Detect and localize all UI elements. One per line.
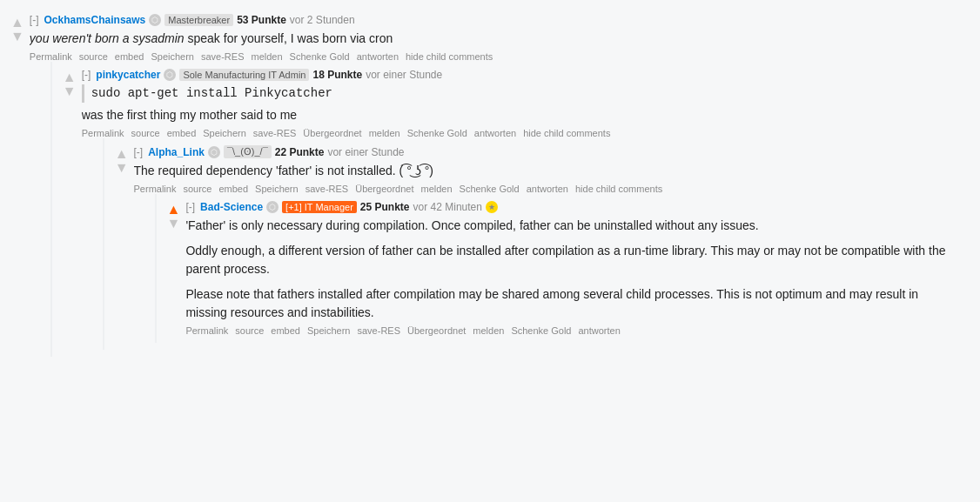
collapse-child1[interactable]: [-] (82, 69, 91, 81)
downvote-child1[interactable]: ▼ (63, 84, 77, 98)
action-speichern-child2[interactable]: Speichern (255, 184, 299, 194)
action-saveres-child3[interactable]: save-RES (358, 325, 401, 336)
comment-text-top: you weren't born a sysadmin speak for yo… (30, 30, 970, 48)
action-embed-child3[interactable]: embed (271, 325, 300, 336)
flair-top: Masterbreaker (164, 14, 233, 26)
action-permalink-child3[interactable]: Permalink (185, 325, 228, 336)
comment-child2: ▲ ▼ [-] Alpha_Link ⬡ ¯\_(ʘ)_/¯ (111, 138, 966, 350)
collapse-top[interactable]: [-] (30, 14, 39, 26)
child-comments-1: ▲ ▼ [-] pinkycatcher ⬡ Sole Manufacturin… (50, 62, 970, 357)
action-permalink-child1[interactable]: Permalink (82, 128, 124, 138)
comment-top: ▲ ▼ [-] OckhamsChainsaws ⬡ Masterbreaker… (7, 7, 973, 364)
flair-child1: Sole Manufacturing IT Admin (179, 69, 309, 81)
timestamp-top: vor 2 Stunden (290, 14, 355, 26)
action-hide-child2[interactable]: hide child comments (575, 184, 662, 194)
action-saveres-child1[interactable]: save-RES (253, 128, 297, 138)
child-comments-2: ▲ ▼ [-] Alpha_Link ⬡ ¯\_(ʘ)_/¯ (103, 138, 966, 350)
link-icon-child2: ⬡ (208, 146, 220, 158)
upvote-child2[interactable]: ▲ (115, 147, 129, 161)
timestamp-child1: vor einer Stunde (366, 69, 442, 81)
action-bar-top: Permalink source embed Speichern save-RE… (30, 51, 970, 62)
link-icon-top: ⬡ (149, 14, 161, 26)
action-source-child3[interactable]: source (235, 325, 264, 336)
action-antworten-child2[interactable]: antworten (527, 184, 568, 194)
flair-child2: ¯\_(ʘ)_/¯ (224, 145, 272, 158)
comment-text-child1: sudo apt-get install Pinkycatcher was th… (82, 84, 966, 124)
action-gold-child3[interactable]: Schenke Gold (511, 325, 571, 336)
downvote-top[interactable]: ▼ (10, 30, 24, 44)
child-comments-3: ▲ ▼ [-] Bad-Science ⬡ (155, 194, 963, 343)
comment-text-child3: 'Father' is only necessary during compil… (185, 217, 959, 322)
action-bar-child1: Permalink source embed Speichern save-RE… (82, 128, 966, 138)
action-uebergeordnet-child1[interactable]: Übergeordnet (303, 128, 361, 138)
action-permalink-child2[interactable]: Permalink (134, 184, 177, 194)
comment-child3: ▲ ▼ [-] Bad-Science ⬡ (164, 194, 963, 343)
action-embed-child2[interactable]: embed (218, 184, 248, 194)
points-child1: 18 Punkte (312, 69, 362, 81)
action-saveres-top[interactable]: save-RES (201, 51, 245, 62)
flair-child3: [+1] IT Manager (282, 201, 357, 213)
action-antworten-child1[interactable]: antworten (474, 128, 516, 138)
action-antworten-top[interactable]: antworten (357, 51, 399, 62)
link-icon-child1: ⬡ (164, 69, 176, 81)
action-hide-top[interactable]: hide child comments (406, 51, 493, 62)
action-embed-child1[interactable]: embed (167, 128, 197, 138)
downvote-child3[interactable]: ▼ (167, 217, 181, 231)
gold-icon-child3: ★ (486, 201, 498, 213)
action-speichern-child1[interactable]: Speichern (203, 128, 246, 138)
comments-container: ▲ ▼ [-] OckhamsChainsaws ⬡ Masterbreaker… (7, 7, 973, 364)
upvote-top[interactable]: ▲ (10, 16, 24, 30)
action-source-child1[interactable]: source (131, 128, 160, 138)
action-speichern-child3[interactable]: Speichern (307, 325, 351, 336)
action-melden-child1[interactable]: melden (369, 128, 400, 138)
action-hide-child1[interactable]: hide child comments (523, 128, 610, 138)
points-child2: 22 Punkte (275, 146, 325, 158)
points-top: 53 Punkte (237, 14, 286, 26)
link-icon-child3: ⬡ (266, 201, 279, 213)
timestamp-child2: vor einer Stunde (327, 146, 404, 158)
timestamp-child3: vor 42 Minuten (413, 201, 482, 213)
action-uebergeordnet-child2[interactable]: Übergeordnet (355, 184, 413, 194)
collapse-child3[interactable]: [-] (185, 201, 195, 213)
comment-child1: ▲ ▼ [-] pinkycatcher ⬡ Sole Manufacturin… (59, 62, 970, 357)
action-permalink-top[interactable]: Permalink (30, 51, 72, 62)
action-speichern-top[interactable]: Speichern (151, 51, 194, 62)
collapse-child2[interactable]: [-] (134, 146, 144, 158)
action-source-top[interactable]: source (79, 51, 108, 62)
action-melden-child2[interactable]: melden (420, 184, 452, 194)
points-child3: 25 Punkte (360, 201, 410, 213)
action-bar-child2: Permalink source embed Speichern save-RE… (134, 184, 963, 194)
action-saveres-child2[interactable]: save-RES (305, 184, 349, 194)
action-gold-top[interactable]: Schenke Gold (290, 51, 350, 62)
username-child2[interactable]: Alpha_Link (148, 146, 205, 158)
action-embed-top[interactable]: embed (115, 51, 144, 62)
username-top[interactable]: OckhamsChainsaws (44, 14, 146, 26)
upvote-child1[interactable]: ▲ (63, 70, 77, 84)
comment-text-child2: The required dependency 'father' is not … (134, 162, 963, 180)
action-uebergeordnet-child3[interactable]: Übergeordnet (407, 325, 466, 336)
action-gold-child2[interactable]: Schenke Gold (460, 184, 520, 194)
action-melden-child3[interactable]: melden (473, 325, 504, 336)
action-antworten-child3[interactable]: antworten (579, 325, 621, 336)
action-bar-child3: Permalink source embed Speichern save-RE… (185, 325, 959, 336)
downvote-child2[interactable]: ▼ (115, 161, 129, 175)
username-child3[interactable]: Bad-Science (200, 201, 263, 213)
action-melden-top[interactable]: melden (252, 51, 283, 62)
upvote-child3[interactable]: ▲ (167, 203, 181, 217)
action-gold-child1[interactable]: Schenke Gold (407, 128, 467, 138)
action-source-child2[interactable]: source (183, 184, 211, 194)
username-child1[interactable]: pinkycatcher (96, 69, 160, 81)
